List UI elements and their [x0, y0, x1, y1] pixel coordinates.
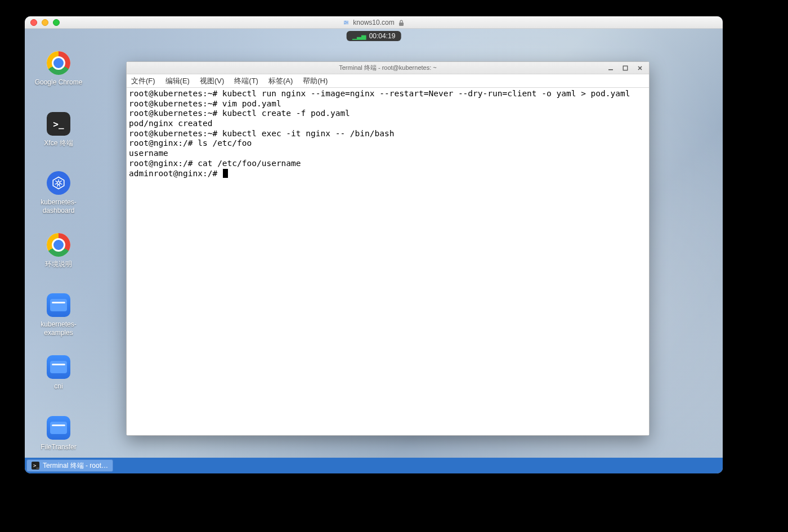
svg-point-1 — [347, 21, 348, 23]
desktop-icon-label: Xfce 终端 — [25, 139, 92, 147]
menu-item[interactable]: 标签(A) — [267, 75, 294, 87]
site-settings-icon — [343, 19, 350, 26]
desktop-icon-kubernetes-examples[interactable]: kubernetes-examples — [25, 293, 92, 337]
terminal-line: adminroot@nginx:/# — [129, 169, 647, 179]
terminal-icon — [47, 112, 70, 136]
terminal-body[interactable]: root@kubernetes:~# kubectl run nginx --i… — [127, 88, 649, 435]
svg-rect-13 — [608, 69, 613, 70]
timer-value: 00:04:19 — [369, 32, 396, 40]
menu-item[interactable]: 终端(T) — [233, 75, 259, 87]
svg-point-0 — [345, 20, 346, 21]
terminal-window[interactable]: Terminal 终端 - root@kubernetes: ~ 文件(F)编辑… — [126, 61, 650, 436]
session-timer: ▁▃▅ 00:04:19 — [347, 31, 401, 41]
menu-item[interactable]: 视图(V) — [199, 75, 225, 87]
desktop-icon-kubernetes-dashboard[interactable]: kubernetes-dashboard — [25, 171, 92, 215]
lock-icon — [398, 19, 405, 26]
terminal-line: root@nginx:/# cat /etc/foo/username — [129, 159, 647, 169]
svg-rect-14 — [623, 66, 628, 70]
svg-line-11 — [55, 184, 57, 185]
cursor-icon — [223, 169, 228, 178]
menu-item[interactable]: 编辑(E) — [164, 75, 191, 87]
taskbar-item-label: Terminal 终端 - root… — [43, 461, 108, 471]
desktop-icon-xfce-terminal[interactable]: Xfce 终端 — [25, 112, 92, 147]
minimize-icon[interactable] — [42, 19, 48, 26]
remote-desktop-window: knows10.com ▁▃▅ 00:04:19 Google ChromeXf… — [25, 16, 723, 473]
terminal-line: root@kubernetes:~# kubectl exec -it ngin… — [129, 129, 647, 139]
folder-icon — [47, 355, 70, 379]
folder-icon — [47, 293, 70, 317]
desktop-icon-google-chrome[interactable]: Google Chrome — [25, 51, 92, 87]
terminal-line: root@nginx:/# ls /etc/foo — [129, 138, 647, 149]
menu-item[interactable]: 帮助(H) — [302, 75, 329, 87]
taskbar[interactable]: >_ Terminal 终端 - root… — [25, 458, 723, 473]
desktop-icon-file-transfer[interactable]: FileTransfer — [25, 416, 92, 451]
svg-line-7 — [60, 181, 62, 182]
mac-titlebar: knows10.com — [25, 16, 723, 29]
folder-icon — [47, 416, 70, 440]
minimize-button[interactable] — [604, 63, 617, 73]
svg-line-9 — [59, 184, 60, 186]
desktop-icon-label: Google Chrome — [25, 78, 92, 87]
terminal-title: Terminal 终端 - root@kubernetes: ~ — [339, 64, 436, 72]
desktop-icon-label: 环境说明 — [25, 260, 92, 269]
svg-marker-4 — [53, 177, 64, 189]
domain-label: knows10.com — [353, 19, 394, 26]
menu-item[interactable]: 文件(F) — [130, 75, 156, 87]
desktop-icon-label: kubernetes-examples — [25, 320, 92, 337]
svg-rect-3 — [399, 23, 404, 26]
svg-point-2 — [344, 23, 346, 24]
close-icon[interactable] — [30, 19, 37, 26]
desktop-icon-label: FileTransfer — [25, 443, 92, 451]
svg-text:>_: >_ — [33, 463, 39, 468]
maximize-button[interactable] — [619, 63, 632, 73]
zoom-icon[interactable] — [53, 19, 60, 26]
kubernetes-icon — [47, 171, 70, 195]
svg-line-12 — [55, 181, 57, 182]
terminal-line: root@kubernetes:~# vim pod.yaml — [129, 99, 647, 109]
address-bar: knows10.com — [25, 19, 723, 26]
terminal-line: root@kubernetes:~# kubectl run nginx --i… — [129, 89, 647, 99]
svg-line-8 — [60, 184, 62, 185]
desktop-icon-label: kubernetes-dashboard — [25, 198, 92, 215]
terminal-titlebar[interactable]: Terminal 终端 - root@kubernetes: ~ — [127, 62, 649, 74]
terminal-line: pod/nginx created — [129, 119, 647, 129]
terminal-menu: 文件(F)编辑(E)视图(V)终端(T)标签(A)帮助(H) — [127, 74, 649, 88]
chrome-icon — [47, 233, 70, 257]
window-controls — [604, 62, 647, 74]
svg-line-10 — [57, 184, 59, 186]
traffic-lights[interactable] — [30, 19, 60, 26]
signal-icon: ▁▃▅ — [352, 33, 366, 40]
desktop-icon-label: cni — [25, 382, 92, 391]
chrome-icon — [47, 51, 70, 75]
desktop-icon-env-desc[interactable]: 环境说明 — [25, 233, 92, 269]
taskbar-item-terminal[interactable]: >_ Terminal 终端 - root… — [26, 459, 113, 472]
desktop-icon-cni[interactable]: cni — [25, 355, 92, 391]
terminal-line: root@kubernetes:~# kubectl create -f pod… — [129, 109, 647, 119]
outer-frame: knows10.com ▁▃▅ 00:04:19 Google ChromeXf… — [0, 0, 788, 532]
terminal-line: username — [129, 149, 647, 159]
close-button[interactable] — [633, 63, 647, 73]
